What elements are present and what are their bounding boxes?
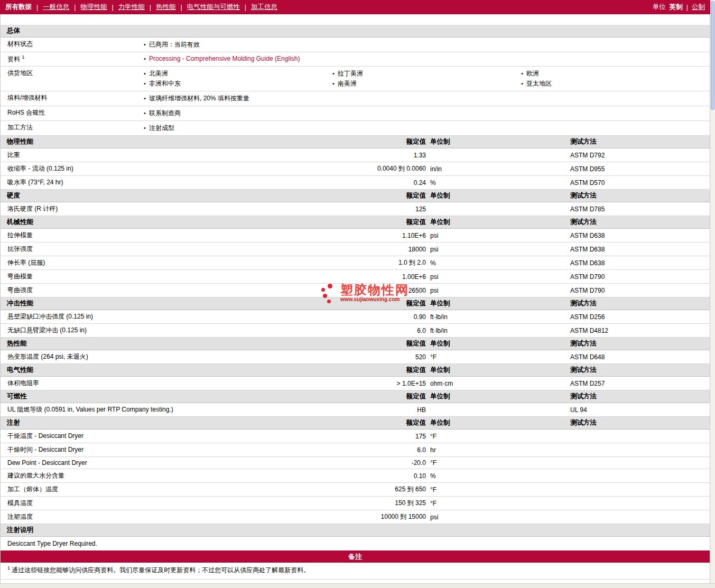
nav-tab-1[interactable]: 所有数据 <box>5 3 32 12</box>
general-row-value: •北美洲•非洲和中东•拉丁美洲•南美洲•欧洲•亚太地区 <box>141 69 710 89</box>
property-name: 模具温度 <box>1 499 339 508</box>
test-method: ASTM D256 <box>569 313 710 321</box>
bullet-icon: • <box>329 70 338 77</box>
section-title: 冲击性能 <box>1 299 339 308</box>
section-header: 注射额定值单位制测试方法 <box>1 417 710 430</box>
nav-separator: | <box>181 4 182 11</box>
section-header: 机械性能额定值单位制测试方法 <box>1 216 710 229</box>
property-unit: psi <box>426 246 569 253</box>
nav-tab-3[interactable]: 物理性能 <box>81 3 107 12</box>
property-value: HB <box>339 406 426 414</box>
nav-separator: | <box>112 4 114 11</box>
property-value: 6.0 <box>339 446 426 454</box>
property-row: 无缺口悬臂梁冲击 (0.125 in)6.0ft·lb/inASTM D4812 <box>1 324 710 338</box>
column-header-value: 额定值 <box>339 418 426 427</box>
test-method: ASTM D638 <box>569 232 710 239</box>
property-name: 比重 <box>1 151 339 160</box>
property-name: 建议的最大水分含量 <box>1 471 339 480</box>
property-unit: ft·lb/in <box>426 313 569 321</box>
bullet-icon: • <box>141 95 149 101</box>
bullet-item: •联系制造商 <box>141 108 710 118</box>
property-row: 伸长率 (屈服)1.0 到 2.0%ASTM D638 <box>1 256 710 270</box>
property-value: 150 到 325 <box>339 499 426 508</box>
property-name: 抗张强度 <box>1 245 339 254</box>
nav-separator: | <box>245 4 246 11</box>
column-header-unit: 单位制 <box>426 299 569 308</box>
column-header-method: 测试方法 <box>569 137 710 146</box>
general-section-header: 总体 <box>1 25 710 38</box>
nav-tab-5[interactable]: 热性能 <box>156 3 176 12</box>
bullet-item-text: 注射成型 <box>149 124 174 133</box>
test-method: ASTM D638 <box>569 259 710 267</box>
section-title: 物理性能 <box>1 137 339 146</box>
column-header-value: 额定值 <box>339 137 426 146</box>
test-method: UL 94 <box>569 406 710 414</box>
property-unit: °F <box>426 353 569 361</box>
nav-tab-4[interactable]: 力学性能 <box>118 3 145 12</box>
unit-metric-link[interactable]: 公制 <box>692 3 705 12</box>
section-header: 热性能额定值单位制测试方法 <box>1 338 710 350</box>
section-title: 热性能 <box>1 339 339 348</box>
bullet-item-text: 南美洲 <box>338 79 357 88</box>
property-value: 0.90 <box>339 313 426 321</box>
vertical-scrollbar-thumb[interactable] <box>711 1 714 110</box>
column-header-unit: 单位制 <box>426 392 569 401</box>
bullet-item: •玻璃纤维增强材料, 20% 填料按重量 <box>141 94 710 104</box>
property-unit: psi <box>426 514 569 521</box>
bullet-item-text: 欧洲 <box>526 69 539 78</box>
property-unit: ohm·cm <box>426 380 569 387</box>
column-header-value: 额定值 <box>339 366 426 375</box>
property-unit: °F <box>426 459 569 466</box>
property-row: 建议的最大水分含量0.10% <box>1 469 710 483</box>
unit-switcher: 单位 英制 | 公制 <box>653 3 705 12</box>
property-row: 拉伸模量1.10E+6psiASTM D638 <box>1 229 710 242</box>
column-header-value: 额定值 <box>339 299 426 308</box>
units-label: 单位 <box>653 3 666 12</box>
nav-tab-2[interactable]: 一般信息 <box>43 3 69 12</box>
property-value: 1.33 <box>339 152 426 159</box>
bullet-item: •Processing - Comprehensive Molding Guid… <box>141 54 710 63</box>
property-unit: °F <box>426 486 569 493</box>
property-unit: % <box>426 472 569 480</box>
test-method: ASTM D785 <box>569 206 710 213</box>
column-header-value: 额定值 <box>339 339 426 348</box>
document-link[interactable]: Processing - Comprehensive Molding Guide… <box>149 55 300 62</box>
bullet-item: •已商用：当前有效 <box>141 40 710 50</box>
nav-separator: | <box>36 4 38 11</box>
property-name: 加工（熔体）温度 <box>1 485 339 494</box>
section-title: 硬度 <box>1 191 339 200</box>
footnote-number: 1 <box>7 565 10 571</box>
general-value-column: •Processing - Comprehensive Molding Guid… <box>141 54 710 64</box>
nav-tab-6[interactable]: 电气性能与可燃性 <box>187 3 240 12</box>
general-value-column: •注射成型 <box>141 123 710 133</box>
property-name: 收缩率 - 流动 (0.125 in) <box>1 164 339 173</box>
property-value: 625 到 650 <box>339 485 426 494</box>
test-method: ASTM D955 <box>569 165 710 173</box>
test-method: ASTM D638 <box>569 246 710 253</box>
unit-imperial[interactable]: 英制 <box>670 3 683 12</box>
general-value-column: •拉丁美洲•南美洲 <box>329 69 518 89</box>
property-row: 收缩率 - 流动 (0.125 in)0.0040 到 0.0060in/inA… <box>1 162 710 176</box>
property-row: 干燥时间 - Desiccant Dryer6.0hr <box>1 443 710 457</box>
property-name: 热变形温度 (264 psi, 未退火) <box>1 352 339 361</box>
property-name: 洛氏硬度 (R 计秤) <box>1 204 339 213</box>
property-value: 175 <box>339 433 426 440</box>
general-rows: 材料状态•已商用：当前有效资料 1•Processing - Comprehen… <box>1 38 710 136</box>
nav-tab-7[interactable]: 加工信息 <box>251 3 277 12</box>
property-name: Dew Point - Desiccant Dryer <box>1 459 339 466</box>
general-row-value: •已商用：当前有效 <box>141 40 710 50</box>
bullet-item: •注射成型 <box>141 123 710 133</box>
bullet-icon: • <box>329 80 338 87</box>
property-name: 弯曲强度 <box>1 286 339 295</box>
property-value: 125 <box>339 206 426 213</box>
property-row: 吸水率 (73°F, 24 hr)0.24%ASTM D570 <box>1 176 710 190</box>
column-header-method: 测试方法 <box>569 392 710 401</box>
property-row: 加工（熔体）温度625 到 650°F <box>1 483 710 497</box>
bullet-item-text: 亚太地区 <box>526 79 552 88</box>
test-method: ASTM D790 <box>569 273 710 281</box>
general-row-label: 填料/增强材料 <box>1 94 141 104</box>
property-value: 0.24 <box>339 179 426 186</box>
column-header-unit: 单位制 <box>426 218 569 227</box>
general-row: 资料 1•Processing - Comprehensive Molding … <box>1 52 710 67</box>
general-value-column: •北美洲•非洲和中东 <box>141 69 329 89</box>
